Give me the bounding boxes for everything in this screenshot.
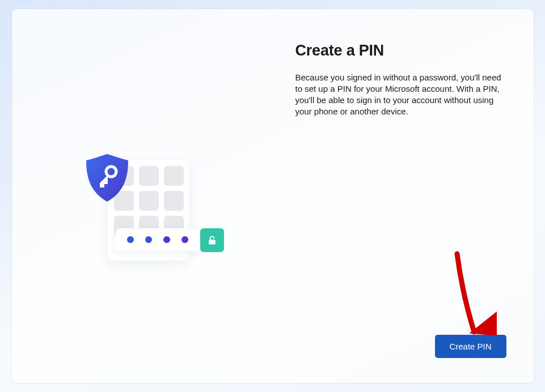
keypad-cell [139, 191, 159, 211]
pin-dot [181, 236, 188, 243]
keypad-cell [164, 166, 184, 186]
keypad-cell [114, 216, 134, 236]
create-pin-button-label: Create PIN [449, 342, 491, 351]
keypad-grid [114, 166, 183, 236]
pin-dot [163, 236, 170, 243]
unlock-icon [200, 228, 224, 252]
keypad-cell [114, 191, 134, 211]
page-title: Create a PIN [295, 42, 506, 59]
keypad-cell [114, 166, 134, 186]
content-column: Create a PIN Because you signed in witho… [295, 42, 506, 117]
keypad-cell [164, 191, 184, 211]
create-pin-button[interactable]: Create PIN [435, 335, 506, 358]
keypad-card [108, 160, 189, 261]
pin-dot [145, 236, 152, 243]
shield-key-icon [83, 152, 132, 203]
svg-rect-0 [209, 240, 216, 244]
keypad-cell [139, 216, 159, 236]
pin-dots-row [116, 228, 200, 251]
create-pin-panel: Create a PIN Because you signed in witho… [12, 9, 534, 383]
svg-point-1 [106, 167, 116, 177]
keypad-cell [164, 216, 184, 236]
pin-dot [127, 236, 134, 243]
keypad-cell [139, 166, 159, 186]
annotation-arrow-icon [446, 249, 497, 346]
page-description: Because you signed in without a password… [295, 72, 506, 117]
pin-illustration [71, 145, 236, 270]
